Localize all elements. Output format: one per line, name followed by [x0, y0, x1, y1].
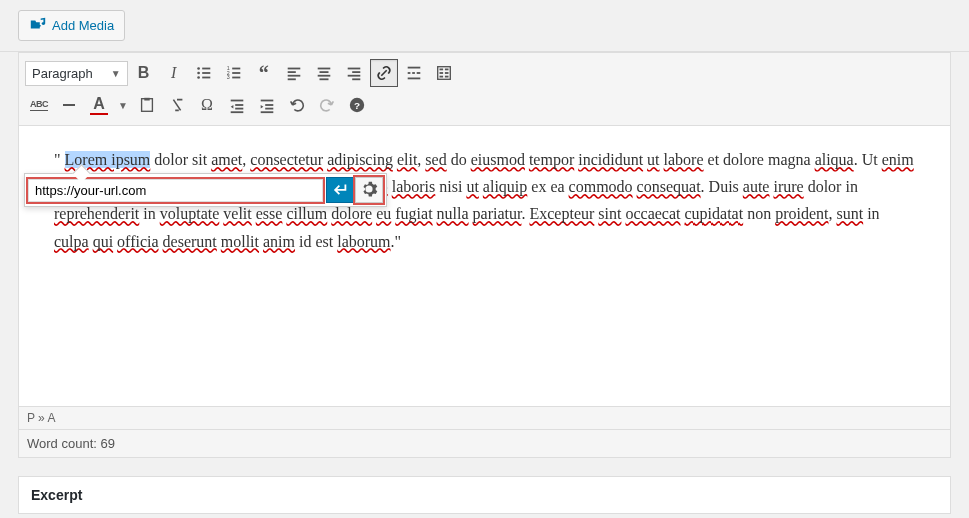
svg-rect-34 — [439, 76, 443, 78]
inline-link-popup — [24, 173, 387, 207]
svg-rect-31 — [445, 69, 449, 71]
redo-button[interactable] — [313, 91, 341, 119]
svg-text:3: 3 — [226, 74, 229, 80]
svg-rect-22 — [347, 75, 360, 77]
align-left-button[interactable] — [280, 59, 308, 87]
svg-rect-44 — [265, 108, 273, 110]
svg-rect-35 — [445, 76, 449, 78]
selected-link-text[interactable]: Lorem ipsum — [65, 151, 151, 168]
toolbar-row-2: ABC A ▼ Ω ? — [25, 89, 944, 121]
clear-format-button[interactable] — [163, 91, 191, 119]
link-url-input[interactable] — [28, 179, 323, 202]
svg-rect-30 — [439, 69, 443, 71]
editor-content[interactable]: " Lorem ipsum dolor sit amet, consectetu… — [19, 126, 950, 406]
word-count: Word count: 69 — [19, 429, 950, 457]
svg-rect-5 — [202, 77, 210, 79]
add-media-button[interactable]: Add Media — [18, 10, 125, 41]
svg-rect-9 — [232, 72, 240, 74]
svg-rect-17 — [319, 71, 328, 73]
link-settings-button[interactable] — [355, 177, 383, 203]
toolbar-toggle-button[interactable] — [430, 59, 458, 87]
svg-rect-13 — [287, 71, 295, 73]
svg-rect-21 — [352, 71, 360, 73]
svg-rect-38 — [231, 100, 244, 102]
align-right-button[interactable] — [340, 59, 368, 87]
bullet-list-button[interactable] — [190, 59, 218, 87]
align-center-button[interactable] — [310, 59, 338, 87]
chevron-down-icon: ▼ — [111, 68, 121, 79]
svg-rect-27 — [416, 72, 420, 74]
toolbar-row-1: Paragraph ▼ B I 123 “ — [25, 57, 944, 89]
strikethrough-button[interactable]: ABC — [25, 91, 53, 119]
horizontal-rule-button[interactable] — [55, 91, 83, 119]
svg-text:?: ? — [354, 100, 360, 111]
svg-rect-42 — [261, 100, 274, 102]
camera-music-icon — [29, 15, 47, 36]
svg-rect-41 — [231, 111, 244, 113]
help-button[interactable]: ? — [343, 91, 371, 119]
svg-point-2 — [197, 72, 200, 75]
svg-rect-39 — [235, 104, 243, 106]
read-more-button[interactable] — [400, 59, 428, 87]
text-color-dropdown[interactable]: ▼ — [115, 91, 131, 119]
svg-rect-18 — [317, 75, 330, 77]
excerpt-title[interactable]: Excerpt — [19, 477, 950, 513]
svg-rect-23 — [352, 78, 360, 80]
indent-button[interactable] — [253, 91, 281, 119]
editor-topbar: Add Media — [0, 0, 969, 52]
outdent-button[interactable] — [223, 91, 251, 119]
element-path[interactable]: P » A — [19, 406, 950, 429]
blockquote-button[interactable]: “ — [250, 59, 278, 87]
link-apply-button[interactable] — [326, 177, 354, 203]
svg-point-0 — [197, 67, 200, 70]
svg-rect-28 — [407, 78, 420, 80]
svg-rect-16 — [317, 68, 330, 70]
svg-rect-1 — [202, 68, 210, 70]
special-char-button[interactable]: Ω — [193, 91, 221, 119]
enter-arrow-icon — [331, 180, 349, 201]
svg-rect-37 — [144, 98, 149, 101]
svg-rect-24 — [407, 67, 420, 69]
svg-rect-15 — [287, 78, 295, 80]
italic-button[interactable]: I — [160, 59, 188, 87]
svg-rect-25 — [407, 72, 410, 74]
svg-rect-43 — [265, 104, 273, 106]
format-label: Paragraph — [32, 66, 93, 81]
svg-rect-14 — [287, 75, 300, 77]
gear-icon — [360, 180, 378, 201]
undo-button[interactable] — [283, 91, 311, 119]
link-button[interactable] — [370, 59, 398, 87]
svg-rect-26 — [412, 72, 415, 74]
paste-text-button[interactable] — [133, 91, 161, 119]
svg-rect-20 — [347, 68, 360, 70]
bold-button[interactable]: B — [130, 59, 158, 87]
svg-rect-7 — [232, 68, 240, 70]
svg-rect-32 — [439, 72, 443, 74]
svg-rect-36 — [142, 99, 153, 112]
text-color-button[interactable]: A — [85, 91, 113, 119]
svg-rect-12 — [287, 68, 300, 70]
svg-rect-40 — [235, 108, 243, 110]
editor-container: Paragraph ▼ B I 123 “ ABC A ▼ Ω — [18, 52, 951, 458]
numbered-list-button[interactable]: 123 — [220, 59, 248, 87]
svg-rect-33 — [445, 72, 449, 74]
svg-rect-3 — [202, 72, 210, 74]
add-media-label: Add Media — [52, 18, 114, 33]
svg-rect-45 — [261, 111, 274, 113]
format-dropdown[interactable]: Paragraph ▼ — [25, 61, 128, 86]
svg-rect-19 — [319, 78, 328, 80]
svg-rect-11 — [232, 77, 240, 79]
excerpt-metabox: Excerpt — [18, 476, 951, 514]
editor-toolbar: Paragraph ▼ B I 123 “ ABC A ▼ Ω — [19, 53, 950, 126]
svg-point-4 — [197, 76, 200, 79]
